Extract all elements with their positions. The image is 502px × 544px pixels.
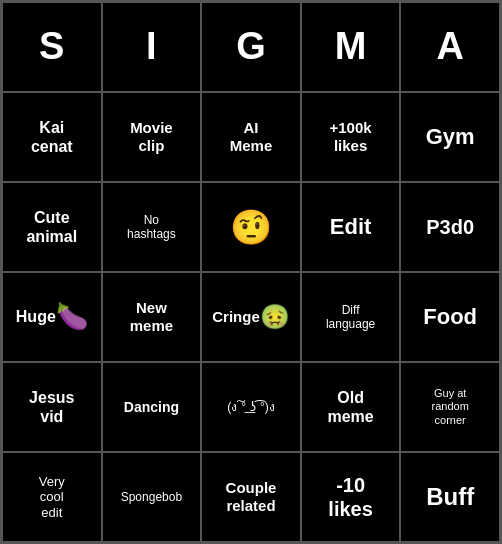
cell-4-4: Oldmeme xyxy=(301,362,401,452)
cell-3-2: Newmeme xyxy=(102,272,202,362)
header-m: M xyxy=(301,2,401,92)
cell-2-3: 🤨 xyxy=(201,182,301,272)
cell-1-1: Kaicenat xyxy=(2,92,102,182)
cell-4-1: Jesusvid xyxy=(2,362,102,452)
cell-4-3: (ง ͠° ͟ʖ ͡°)ง xyxy=(201,362,301,452)
cell-1-5: Gym xyxy=(400,92,500,182)
cell-5-2: Spongebob xyxy=(102,452,202,542)
header-s: S xyxy=(2,2,102,92)
cell-4-2: Dancing xyxy=(102,362,202,452)
cell-3-1: Huge🍆 xyxy=(2,272,102,362)
cell-1-4: +100klikes xyxy=(301,92,401,182)
cell-3-3: Cringe🤢 xyxy=(201,272,301,362)
header-g: G xyxy=(201,2,301,92)
cell-5-4: -10likes xyxy=(301,452,401,542)
bingo-board: S I G M A Kaicenat Movieclip AIMeme +100… xyxy=(0,0,502,544)
cell-3-4: Difflanguage xyxy=(301,272,401,362)
cell-5-3: Couplerelated xyxy=(201,452,301,542)
cell-2-4: Edit xyxy=(301,182,401,272)
cell-4-5: Guy atrandomcorner xyxy=(400,362,500,452)
cell-2-1: Cuteanimal xyxy=(2,182,102,272)
cell-2-2: Nohashtags xyxy=(102,182,202,272)
cell-1-2: Movieclip xyxy=(102,92,202,182)
cell-5-5: Buff xyxy=(400,452,500,542)
cell-3-5: Food xyxy=(400,272,500,362)
header-i: I xyxy=(102,2,202,92)
cell-5-1: Verycooledit xyxy=(2,452,102,542)
header-a: A xyxy=(400,2,500,92)
cell-2-5: P3d0 xyxy=(400,182,500,272)
cell-1-3: AIMeme xyxy=(201,92,301,182)
